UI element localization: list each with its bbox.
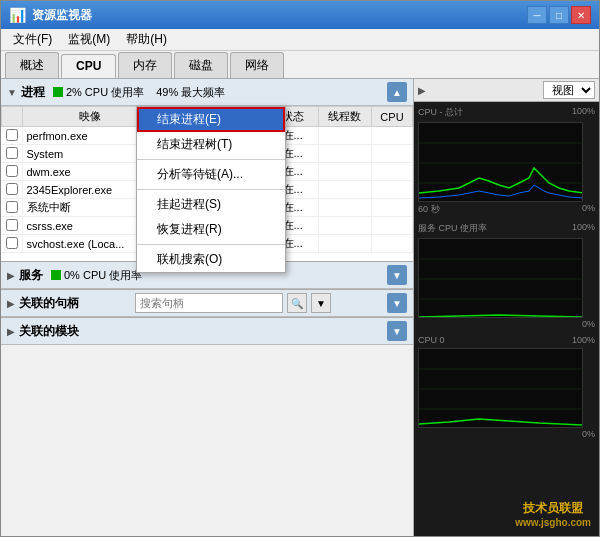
row-cpu bbox=[371, 127, 412, 145]
window-title: 资源监视器 bbox=[32, 7, 92, 24]
expand-icon-modules: ▶ bbox=[7, 326, 15, 337]
process-table: 映像 PID 描述 状态 线程数 CPU perfmon.exe 9384 资源… bbox=[1, 106, 413, 261]
title-bar: 📊 资源监视器 ─ □ ✕ bbox=[1, 1, 599, 29]
row-desc: 2345... bbox=[212, 181, 267, 199]
handles-search-button[interactable]: 🔍 bbox=[287, 293, 307, 313]
modules-header[interactable]: ▶ 关联的模块 ▼ bbox=[1, 318, 413, 345]
row-desc: 桌面... bbox=[212, 163, 267, 181]
table-row[interactable]: 系统中断 - 延迟... 正在... bbox=[2, 199, 413, 217]
cpu-dot-green bbox=[53, 87, 63, 97]
tab-memory[interactable]: 内存 bbox=[118, 52, 172, 78]
row-pid: 1712 bbox=[158, 235, 212, 253]
modules-section: ▶ 关联的模块 ▼ bbox=[1, 317, 413, 345]
col-pid[interactable]: PID bbox=[158, 107, 212, 127]
row-check[interactable] bbox=[2, 145, 23, 163]
row-state: 正在... bbox=[267, 217, 318, 235]
cpu-total-section: CPU - 总计 100% bbox=[418, 106, 595, 216]
row-image: csrss.exe bbox=[22, 217, 158, 235]
row-cpu bbox=[371, 163, 412, 181]
menu-monitor[interactable]: 监视(M) bbox=[60, 29, 118, 50]
row-cpu bbox=[371, 181, 412, 199]
table-row[interactable]: dwm.exe 1304 桌面... 正在... bbox=[2, 163, 413, 181]
collapse-process-button[interactable]: ▲ bbox=[387, 82, 407, 102]
row-pid: - bbox=[158, 199, 212, 217]
row-state: 正在... bbox=[267, 235, 318, 253]
col-image[interactable]: 映像 bbox=[22, 107, 158, 127]
row-pid: 744 bbox=[158, 217, 212, 235]
modules-title: 关联的模块 bbox=[19, 323, 79, 340]
services-header[interactable]: ▶ 服务 0% CPU 使用率 ▼ bbox=[1, 262, 413, 289]
cpu0-max: 100% bbox=[572, 335, 595, 345]
col-check bbox=[2, 107, 23, 127]
row-check[interactable] bbox=[2, 181, 23, 199]
cpu0-section: CPU 0 100% 0% bbox=[418, 335, 595, 439]
minimize-button[interactable]: ─ bbox=[527, 6, 547, 24]
services-title: 服务 bbox=[19, 267, 43, 284]
tab-overview[interactable]: 概述 bbox=[5, 52, 59, 78]
cpu-total-chart bbox=[418, 122, 583, 202]
row-check[interactable] bbox=[2, 235, 23, 253]
close-button[interactable]: ✕ bbox=[571, 6, 591, 24]
table-row[interactable]: System 4 NT K... 正在... bbox=[2, 145, 413, 163]
row-threads bbox=[318, 217, 371, 235]
collapse-modules-button[interactable]: ▼ bbox=[387, 321, 407, 341]
tab-network[interactable]: 网络 bbox=[230, 52, 284, 78]
collapse-services-button[interactable]: ▼ bbox=[387, 265, 407, 285]
menu-file[interactable]: 文件(F) bbox=[5, 29, 60, 50]
table-row[interactable]: 2345Explorer.exe 2345... 2345... 正在... bbox=[2, 181, 413, 199]
expand-icon-handles: ▶ bbox=[7, 298, 15, 309]
row-check[interactable] bbox=[2, 217, 23, 235]
row-cpu bbox=[371, 145, 412, 163]
cpu-time-label: 60 秒 bbox=[418, 203, 440, 216]
view-dropdown[interactable]: 视图 bbox=[543, 81, 595, 99]
service-cpu-svg bbox=[419, 239, 583, 318]
handles-filter-button[interactable]: ▼ bbox=[311, 293, 331, 313]
row-state: 正在... bbox=[267, 199, 318, 217]
row-state: 正在... bbox=[267, 145, 318, 163]
row-cpu bbox=[371, 217, 412, 235]
menu-help[interactable]: 帮助(H) bbox=[118, 29, 175, 50]
row-check[interactable] bbox=[2, 199, 23, 217]
handles-search-input[interactable] bbox=[135, 293, 283, 313]
row-threads bbox=[318, 235, 371, 253]
col-desc[interactable]: 描述 bbox=[212, 107, 267, 127]
row-cpu bbox=[371, 235, 412, 253]
handles-title: 关联的句柄 bbox=[19, 295, 79, 312]
expand-icon: ▼ bbox=[7, 87, 17, 98]
table-row[interactable]: csrss.exe 744 Clien... 正在... bbox=[2, 217, 413, 235]
row-image: svchost.exe (Loca... bbox=[22, 235, 158, 253]
maximize-button[interactable]: □ bbox=[549, 6, 569, 24]
row-threads bbox=[318, 199, 371, 217]
cpu0-chart bbox=[418, 348, 583, 428]
cpu0-label: CPU 0 bbox=[418, 335, 445, 345]
col-cpu[interactable]: CPU bbox=[371, 107, 412, 127]
handles-header[interactable]: ▶ 关联的句柄 🔍 ▼ ▼ bbox=[1, 290, 413, 317]
tab-disk[interactable]: 磁盘 bbox=[174, 52, 228, 78]
handles-section: ▶ 关联的句柄 🔍 ▼ ▼ bbox=[1, 289, 413, 317]
row-cpu bbox=[371, 199, 412, 217]
table-row[interactable]: perfmon.exe 9384 资源... 正在... bbox=[2, 127, 413, 145]
process-section-header[interactable]: ▼ 进程 2% CPU 使用率 49% 最大频率 ▲ bbox=[1, 79, 413, 106]
right-charts: CPU - 总计 100% bbox=[414, 102, 599, 536]
row-image: 系统中断 bbox=[22, 199, 158, 217]
col-state[interactable]: 状态 bbox=[267, 107, 318, 127]
row-threads bbox=[318, 145, 371, 163]
row-state: 正在... bbox=[267, 127, 318, 145]
row-state: 正在... bbox=[267, 163, 318, 181]
cpu-total-label: CPU - 总计 bbox=[418, 106, 463, 119]
col-threads[interactable]: 线程数 bbox=[318, 107, 371, 127]
service-cpu-min: 0% bbox=[582, 319, 595, 329]
table-row[interactable]: svchost.exe (Loca... 1712 Win... 正在... bbox=[2, 235, 413, 253]
row-state: 正在... bbox=[267, 181, 318, 199]
service-cpu-max: 100% bbox=[572, 222, 595, 235]
row-desc: Win... bbox=[212, 235, 267, 253]
cpu-total-min: 0% bbox=[582, 203, 595, 216]
service-cpu-chart bbox=[418, 238, 583, 318]
tab-cpu[interactable]: CPU bbox=[61, 54, 116, 78]
row-check[interactable] bbox=[2, 127, 23, 145]
service-cpu-label: 服务 CPU 使用率 bbox=[418, 222, 487, 235]
row-desc: 资源... bbox=[212, 127, 267, 145]
row-check[interactable] bbox=[2, 163, 23, 181]
row-image: 2345Explorer.exe bbox=[22, 181, 158, 199]
collapse-handles-button[interactable]: ▼ bbox=[387, 293, 407, 313]
